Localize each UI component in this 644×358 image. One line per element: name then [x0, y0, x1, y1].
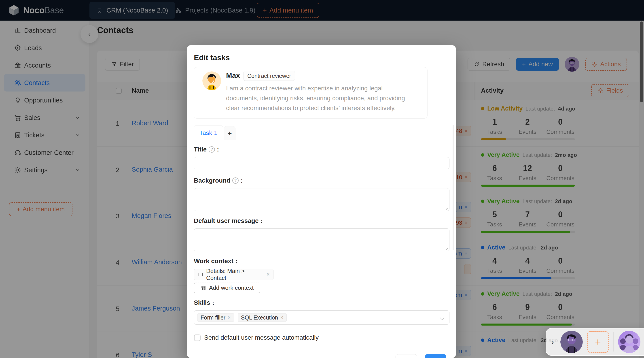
header-tab-projects[interactable]: Projects (NocoBase 1.9)	[168, 2, 262, 19]
sidebar-item-opportunities[interactable]: Opportunities	[0, 92, 90, 109]
header-add-menu-item-button[interactable]: + Add menu item	[257, 3, 319, 18]
activity-stats: 1Tasks2Events0Comments	[478, 117, 577, 137]
bookmark-icon	[96, 7, 103, 14]
modal-scrollbar-thumb[interactable]	[452, 125, 454, 250]
filter-button[interactable]: Filter	[105, 58, 140, 71]
work-context-label: Work context :	[194, 257, 238, 265]
close-icon[interactable]: ×	[464, 174, 468, 180]
close-icon[interactable]: ×	[464, 204, 468, 210]
contact-name-link[interactable]: Sophia Garcia	[132, 166, 173, 173]
help-icon[interactable]: ?	[209, 146, 215, 153]
activity-progress	[481, 138, 575, 140]
activity-progress	[481, 323, 575, 325]
close-icon[interactable]: ×	[266, 271, 270, 278]
last-update-label: Last update:	[522, 152, 552, 158]
activity-progress	[481, 185, 575, 187]
nocobase-logo[interactable]: NocoBase	[8, 0, 64, 21]
close-icon[interactable]: ×	[464, 219, 468, 226]
comments-count: 0	[544, 210, 577, 219]
add-menu-item-label: Add menu item	[270, 7, 313, 14]
add-menu-item-label: Add menu item	[22, 206, 64, 213]
page-scrollbar-thumb[interactable]	[640, 22, 643, 102]
sidebar-item-label: Sales	[24, 114, 40, 122]
status-dot	[481, 338, 484, 342]
bulb-icon	[14, 96, 22, 104]
contact-name-link[interactable]: Robert Ward	[132, 120, 168, 127]
assistant-avatar[interactable]	[564, 57, 580, 72]
sidebar-item-accounts[interactable]: Accounts	[0, 57, 90, 74]
tasks-count: 1	[478, 117, 511, 127]
dock-divider	[613, 332, 614, 351]
actions-button[interactable]: Actions	[585, 58, 627, 71]
tasks-count: 5	[478, 210, 511, 219]
close-icon[interactable]: ×	[464, 250, 468, 257]
skill-tag: SQL Execution ×	[238, 313, 287, 322]
team-avatar[interactable]	[618, 331, 640, 353]
chevron-down-icon	[75, 115, 80, 121]
fields-label: Fields	[606, 87, 623, 94]
send-default-message-checkbox[interactable]	[194, 334, 200, 341]
add-work-context-button[interactable]: Add work context	[194, 283, 260, 293]
header-tab-label: Projects (NocoBase 1.9)	[185, 7, 255, 14]
add-task-tab[interactable]: +	[224, 126, 236, 140]
status-label: Active	[487, 244, 505, 251]
partial-orange-tag[interactable]	[464, 264, 471, 274]
events-count: 2	[511, 117, 544, 127]
sidebar-item-dashboard[interactable]: Dashboard	[0, 22, 90, 39]
close-icon[interactable]: ×	[280, 314, 283, 321]
refresh-button[interactable]: Refresh	[468, 58, 510, 71]
background-textarea[interactable]	[194, 188, 450, 211]
add-new-button[interactable]: + Add new	[516, 58, 559, 71]
close-icon[interactable]: ×	[228, 314, 230, 321]
sitemap-icon	[175, 7, 182, 14]
people-icon	[14, 79, 22, 87]
work-context-tag-label: Details: Main > Contact	[206, 268, 264, 281]
last-update-value: 2d ago	[555, 198, 572, 204]
sidebar-item-customer-center[interactable]: Customer Center	[0, 144, 90, 161]
help-icon[interactable]: ?	[232, 177, 238, 184]
background-field-label: Background ? :	[194, 177, 243, 184]
contact-name-link[interactable]: James Ferguson	[132, 305, 180, 312]
header-tab-crm[interactable]: CRM (NocoBase 2.0)	[90, 2, 175, 19]
contact-name-link[interactable]: Megan Flores	[132, 212, 171, 219]
tasks-caption: Tasks	[478, 267, 511, 274]
chevron-down-icon	[75, 167, 80, 173]
agent-avatar	[202, 71, 221, 90]
events-caption: Events	[511, 128, 544, 135]
dock-collapse-button[interactable]: ›	[549, 338, 556, 346]
sidebar-item-tickets[interactable]: Tickets	[0, 126, 90, 144]
select-all-checkbox[interactable]	[116, 88, 122, 94]
partial-blue-tag[interactable]: m×	[454, 346, 471, 356]
title-input[interactable]	[194, 157, 450, 169]
sidebar-item-leads[interactable]: Leads	[0, 39, 90, 57]
plus-icon: +	[595, 336, 601, 348]
agent-name: Max	[226, 71, 240, 80]
sidebar-collapse-button[interactable]: ‹	[80, 25, 98, 43]
add-assistant-button[interactable]: +	[587, 331, 609, 353]
assistant-avatar[interactable]	[560, 331, 583, 353]
sidebar-add-menu-item-button[interactable]: + Add menu item	[9, 202, 72, 216]
sidebar-item-contacts[interactable]: Contacts	[4, 74, 86, 92]
plus-icon: +	[263, 7, 267, 14]
comments-caption: Comments	[544, 267, 577, 274]
sidebar-item-settings[interactable]: Settings	[0, 161, 90, 179]
contact-name-link[interactable]: Tyler S	[132, 351, 152, 358]
fields-button[interactable]: Fields	[591, 84, 629, 97]
default-user-message-textarea[interactable]	[194, 228, 450, 251]
sidebar-item-sales[interactable]: Sales	[0, 109, 90, 126]
tab-task-1[interactable]: Task 1	[194, 125, 223, 140]
events-count: 9	[511, 302, 544, 312]
contact-name-link[interactable]: William Anderson	[132, 258, 182, 266]
agent-role-badge: Contract reviewer	[244, 71, 295, 81]
skills-select[interactable]: Form filler × SQL Execution ×	[194, 310, 450, 325]
add-new-label: Add new	[528, 61, 553, 68]
close-icon[interactable]: ×	[464, 348, 468, 354]
refresh-icon	[474, 61, 480, 67]
partial-blue-tag[interactable]: n×	[456, 202, 471, 212]
close-icon[interactable]: ×	[464, 292, 468, 298]
cancel-button[interactable]	[396, 354, 417, 358]
submit-button[interactable]	[425, 354, 446, 358]
close-icon[interactable]: ×	[464, 128, 468, 134]
work-context-tag[interactable]: Details: Main > Contact ×	[194, 269, 274, 280]
actions-label: Actions	[600, 61, 621, 68]
